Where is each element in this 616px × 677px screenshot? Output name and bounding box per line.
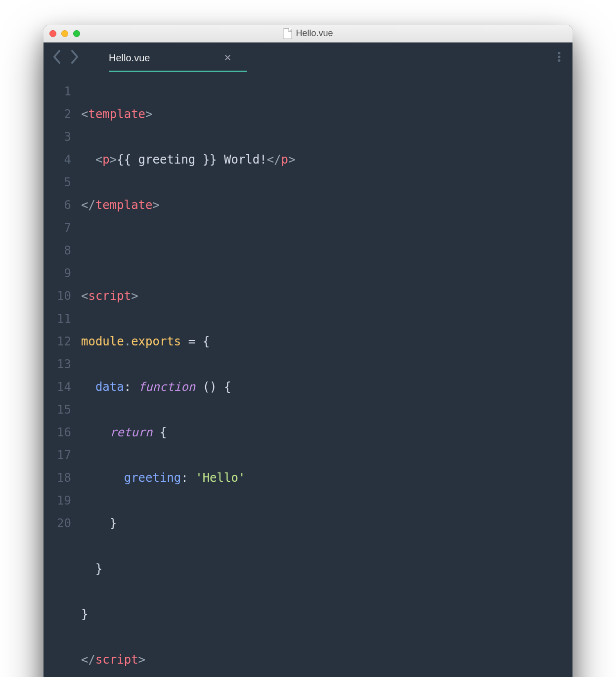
line-number: 1 <box>44 80 71 103</box>
line-number: 20 <box>44 512 71 535</box>
line-number: 15 <box>44 398 71 421</box>
line-number: 14 <box>44 376 71 398</box>
titlebar: Hello.vue <box>44 25 572 42</box>
line-number: 13 <box>44 353 71 376</box>
close-window-button[interactable] <box>49 30 56 37</box>
code-line: <p>{{ greeting }} World!</p> <box>81 148 572 171</box>
code-line <box>81 239 572 262</box>
line-number: 5 <box>44 171 71 194</box>
line-number: 11 <box>44 307 71 330</box>
close-tab-icon[interactable]: ✕ <box>224 52 231 63</box>
minimize-window-button[interactable] <box>61 30 68 37</box>
line-number: 19 <box>44 489 71 512</box>
line-number: 9 <box>44 262 71 285</box>
line-number: 18 <box>44 466 71 489</box>
svg-point-0 <box>558 52 561 54</box>
nav-back-icon[interactable] <box>52 50 61 66</box>
window-title-text: Hello.vue <box>296 28 333 39</box>
code-line: greeting: 'Hello' <box>81 466 572 489</box>
file-icon <box>283 28 292 39</box>
code-content[interactable]: <template> <p>{{ greeting }} World!</p> … <box>81 80 572 677</box>
maximize-window-button[interactable] <box>73 30 80 37</box>
code-line: <template> <box>81 103 572 126</box>
code-line: } <box>81 557 572 580</box>
line-number: 2 <box>44 103 71 126</box>
tab-hello-vue[interactable]: Hello.vue ✕ <box>109 52 231 64</box>
nav-arrows <box>52 50 79 66</box>
nav-forward-icon[interactable] <box>70 50 79 66</box>
line-number: 16 <box>44 421 71 444</box>
svg-point-1 <box>558 56 561 58</box>
code-line: </template> <box>81 194 572 216</box>
code-line: return { <box>81 421 572 444</box>
tab-active-indicator <box>109 71 247 72</box>
code-line: } <box>81 512 572 535</box>
line-number: 10 <box>44 285 71 307</box>
code-line: </script> <box>81 648 572 671</box>
line-number: 17 <box>44 444 71 466</box>
line-number: 6 <box>44 194 71 216</box>
code-line: data: function () { <box>81 376 572 398</box>
editor-window: Hello.vue Hello.vue ✕ 1 2 3 4 5 6 <box>44 25 572 677</box>
more-options-icon[interactable] <box>555 49 564 67</box>
window-title: Hello.vue <box>283 28 333 39</box>
line-number: 7 <box>44 216 71 239</box>
line-number: 3 <box>44 126 71 148</box>
editor-area[interactable]: 1 2 3 4 5 6 7 8 9 10 11 12 13 14 15 16 1… <box>44 73 572 677</box>
code-line: <script> <box>81 285 572 307</box>
line-number: 4 <box>44 148 71 171</box>
tab-bar: Hello.vue ✕ <box>44 42 572 73</box>
tab-label: Hello.vue <box>109 52 150 64</box>
gutter: 1 2 3 4 5 6 7 8 9 10 11 12 13 14 15 16 1… <box>44 80 81 677</box>
svg-point-2 <box>558 59 561 62</box>
code-line: } <box>81 603 572 626</box>
line-number: 8 <box>44 239 71 262</box>
code-line: module.exports = { <box>81 330 572 353</box>
traffic-lights <box>49 30 80 37</box>
line-number: 12 <box>44 330 71 353</box>
